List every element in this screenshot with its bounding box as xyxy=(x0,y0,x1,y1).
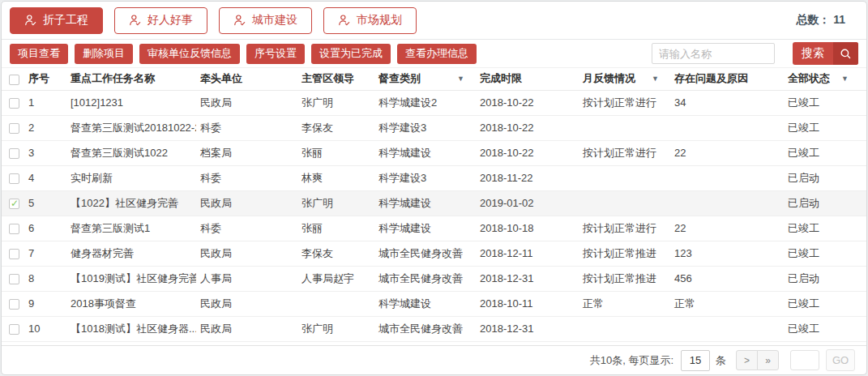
cell-unit: 科委 xyxy=(196,165,297,190)
table-row[interactable]: 8【1019测试】社区健身完善人事局人事局赵宇城市全民健身改善2018-12-3… xyxy=(2,266,866,291)
cell-deadline: 2018-11-22 xyxy=(476,165,579,190)
row-checkbox[interactable] xyxy=(9,123,19,134)
cell-num: 5 xyxy=(24,190,66,216)
feedback-filter-arrow-icon[interactable]: ▼ xyxy=(652,75,659,83)
cell-num: 2 xyxy=(24,115,66,140)
cell-unit: 民政局 xyxy=(196,90,297,115)
user-check-icon xyxy=(129,14,142,27)
col-header-leader: 主管区领导 xyxy=(297,68,374,90)
cell-deadline: 2018-10-22 xyxy=(476,115,579,140)
row-checkbox[interactable] xyxy=(9,98,19,109)
cell-leader: 李保友 xyxy=(297,241,374,266)
cell-num: 6 xyxy=(24,216,66,241)
search-button[interactable]: 搜索 xyxy=(793,42,858,65)
row-checkbox[interactable] xyxy=(9,173,19,184)
row-checkbox[interactable] xyxy=(9,148,19,159)
tab-shichang-guihua[interactable]: 市场规划 xyxy=(323,7,417,34)
cell-unit: 科委 xyxy=(196,115,297,140)
cell-category: 科学城建设 xyxy=(374,140,476,165)
col-header-deadline: 完成时限 xyxy=(476,68,579,90)
table-row[interactable]: 4实时刷新科委林爽科学建设32018-11-22已启动 xyxy=(2,165,866,190)
total-label: 总数： xyxy=(796,13,830,26)
cell-feedback: 正常 xyxy=(579,291,670,316)
cell-status: 已竣工 xyxy=(784,316,866,341)
view-project-button[interactable]: 项目查看 xyxy=(10,44,68,64)
last-page-button[interactable]: » xyxy=(757,350,779,370)
cell-problem: 22 xyxy=(670,140,784,165)
cell-feedback: 按计划正常进行 xyxy=(579,216,670,241)
app-window: 折子工程 好人好事 城市建设 市场规划 总数：11 项目查看 删除项目 审核单位… xyxy=(1,1,867,375)
cell-category: 科学建设3 xyxy=(374,115,476,140)
cell-leader: 林爽 xyxy=(297,165,374,190)
delete-project-button[interactable]: 删除项目 xyxy=(75,44,133,64)
cell-unit: 人事局 xyxy=(196,266,297,291)
table-row[interactable]: 92018事项督查民政局科学城建设2018-10-11正常正常已竣工 xyxy=(2,291,866,316)
total-value: 11 xyxy=(833,13,845,26)
cell-deadline: 2018-12-31 xyxy=(476,316,579,341)
cell-name: 【1022】社区健身完善 xyxy=(66,190,196,216)
user-check-icon xyxy=(24,14,37,27)
pagination-bar: 共10条, 每页显示: 15 条 > » GO xyxy=(2,345,866,374)
cell-deadline: 2019-01-02 xyxy=(476,190,579,216)
row-checkbox[interactable] xyxy=(9,199,19,209)
table-row[interactable]: 10【1018测试】社区健身器...民政局张广明城市全民健身改善2018-12-… xyxy=(2,316,866,341)
view-handling-info-button[interactable]: 查看办理信息 xyxy=(397,44,477,64)
row-checkbox[interactable] xyxy=(9,249,19,259)
table-row[interactable]: 1[1012]1231民政局张广明科学城建设22018-10-22按计划正常进行… xyxy=(2,90,866,115)
cell-unit: 民政局 xyxy=(196,241,297,266)
cell-num: 10 xyxy=(24,316,66,341)
page-size-unit: 条 xyxy=(716,353,726,368)
serial-number-setting-button[interactable]: 序号设置 xyxy=(246,44,305,64)
cell-leader: 张广明 xyxy=(297,316,374,341)
user-check-icon xyxy=(338,14,351,27)
table-row[interactable]: 2督查第三版测试20181022-2科委李保友科学建设32018-10-22已竣… xyxy=(2,115,866,140)
tab-label: 好人好事 xyxy=(148,13,193,28)
cell-category: 城市全民健身改善 xyxy=(374,241,476,266)
cell-feedback: 按计划正常推进 xyxy=(579,241,670,266)
select-all-checkbox[interactable] xyxy=(9,75,19,85)
table-row[interactable]: 7健身器材完善民政局李保友城市全民健身改善2018-12-11按计划正常推进12… xyxy=(2,241,866,266)
cell-leader xyxy=(297,291,374,316)
col-header-unit: 牵头单位 xyxy=(196,68,297,90)
cell-deadline: 2018-10-18 xyxy=(476,216,579,241)
cell-problem: 34 xyxy=(670,90,784,115)
cell-status: 已竣工 xyxy=(784,90,866,115)
cell-unit: 民政局 xyxy=(196,316,297,341)
cell-problem: 456 xyxy=(670,266,784,291)
cell-num: 7 xyxy=(24,241,66,266)
cell-leader: 张广明 xyxy=(297,190,374,216)
row-checkbox[interactable] xyxy=(9,324,19,335)
table-row[interactable]: 5【1022】社区健身完善民政局张广明科学城建设2019-01-02已启动 xyxy=(2,190,866,216)
cell-name: 健身器材完善 xyxy=(66,241,196,266)
cell-category: 城市全民健身改善 xyxy=(374,266,476,291)
cell-name: 督查第三版测试1022 xyxy=(66,140,196,165)
table-row[interactable]: 6督查第三版测试1科委张丽科学城建设2018-10-18按计划正常进行22已竣工 xyxy=(2,216,866,241)
set-completed-button[interactable]: 设置为已完成 xyxy=(311,44,391,64)
search-input[interactable] xyxy=(652,43,775,64)
review-unit-feedback-button[interactable]: 审核单位反馈信息 xyxy=(139,44,240,64)
search-icon xyxy=(833,42,858,65)
page-size-box[interactable]: 15 xyxy=(681,350,710,371)
row-checkbox[interactable] xyxy=(9,224,19,234)
goto-page-input[interactable] xyxy=(790,350,819,370)
row-checkbox[interactable] xyxy=(9,299,19,310)
cell-deadline: 2018-10-11 xyxy=(476,291,579,316)
cell-name: 实时刷新 xyxy=(66,165,196,190)
cell-category: 科学城建设2 xyxy=(374,90,476,115)
cell-category: 城市全民健身改善 xyxy=(374,316,476,341)
tab-haoren-haoshi[interactable]: 好人好事 xyxy=(114,7,207,34)
cell-status: 已启动 xyxy=(784,165,866,190)
row-checkbox[interactable] xyxy=(9,274,19,284)
table-row[interactable]: 3督查第三版测试1022档案局张丽科学城建设2018-10-22按计划正常进行2… xyxy=(2,140,866,165)
category-filter-arrow-icon[interactable]: ▼ xyxy=(457,75,464,83)
next-page-button[interactable]: > xyxy=(736,350,758,370)
tab-zhezi-gongcheng[interactable]: 折子工程 xyxy=(10,7,103,34)
cell-name: 【1019测试】社区健身完善 xyxy=(66,266,196,291)
cell-problem xyxy=(670,190,784,216)
cell-unit: 民政局 xyxy=(196,291,297,316)
cell-num: 9 xyxy=(24,291,66,316)
tab-chengshi-jianshe[interactable]: 城市建设 xyxy=(219,7,312,34)
go-button[interactable]: GO xyxy=(826,349,855,371)
cell-status: 已启动 xyxy=(784,266,866,291)
status-filter-arrow-icon[interactable]: ▼ xyxy=(841,75,849,83)
